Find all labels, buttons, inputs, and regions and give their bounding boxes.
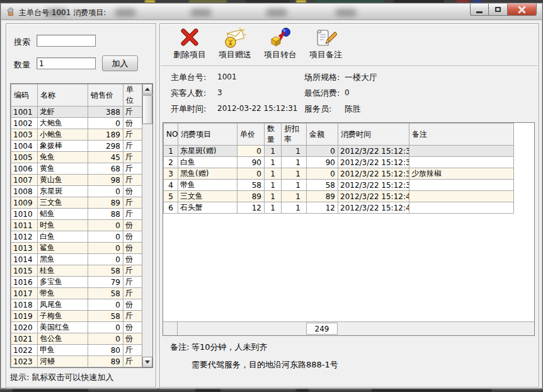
table-row[interactable]: 1023河鳗89斤	[11, 356, 142, 367]
scroll-thumb[interactable]	[142, 95, 152, 124]
table-cell: 1	[265, 180, 282, 191]
col-header-unit-price[interactable]: 单价	[237, 124, 265, 146]
table-row[interactable]: 1006黄鱼68斤	[11, 163, 142, 175]
table-cell: 3	[164, 168, 178, 180]
table-cell: 斤	[123, 288, 142, 299]
waiter-label: 服务员:	[304, 103, 331, 115]
gift-item-button[interactable]: 项目赠送	[212, 27, 258, 64]
table-cell: 鲳鱼	[38, 209, 88, 220]
transfer-item-button[interactable]: 项目转台	[258, 27, 303, 64]
delete-item-button[interactable]: 删除项目	[167, 27, 212, 64]
table-row[interactable]: 1东星斑(赠)01102012/3/22 15:12:37	[164, 146, 514, 157]
col-header-item[interactable]: 消费项目	[178, 124, 237, 146]
table-row[interactable]: 1021包公鱼0份	[11, 333, 142, 345]
venue-label: 场所规格:	[304, 72, 340, 83]
table-cell: 32	[88, 367, 123, 368]
table-row[interactable]: 1013鲨鱼0份	[11, 243, 142, 254]
note-item-button[interactable]: 项目备注	[303, 27, 348, 64]
table-row[interactable]: 1014黑鱼0份	[11, 254, 142, 265]
minimize-button[interactable]	[470, 4, 489, 16]
table-cell: 份	[123, 333, 142, 345]
venue-value: 一楼大厅	[345, 72, 377, 83]
quantity-input[interactable]	[37, 57, 96, 69]
table-cell: 0	[307, 168, 338, 180]
minimize-icon	[476, 11, 483, 13]
table-cell: 1010	[11, 209, 38, 220]
table-cell: 1015	[11, 265, 38, 277]
table-cell: 5	[164, 191, 178, 202]
col-header-time[interactable]: 消费时间	[338, 124, 409, 146]
quantity-label: 数量	[14, 59, 30, 71]
table-row[interactable]: 3黑鱼(赠)01102012/3/22 15:12:38少放辣椒	[164, 168, 514, 180]
table-cell: 1021	[11, 333, 38, 345]
table-row[interactable]: 2白鱼9011902012/3/22 15:12:38	[164, 157, 514, 168]
table-cell: 1014	[11, 254, 38, 265]
table-row[interactable]: 1001龙虾388斤	[11, 107, 142, 118]
table-row[interactable]: 1017带鱼58斤	[11, 288, 142, 299]
table-row[interactable]: 5三文鱼8911892012/3/22 15:12:40	[164, 191, 514, 202]
col-header-no[interactable]: NO	[164, 124, 178, 146]
col-header-unit[interactable]: 单位	[123, 84, 142, 107]
table-row[interactable]: 1015桂鱼58斤	[11, 265, 142, 277]
table-cell: 份	[123, 118, 142, 129]
table-row[interactable]: 1004象拨棒298斤	[11, 141, 142, 152]
table-cell: 斤	[123, 345, 142, 356]
note-item-icon	[314, 27, 337, 49]
table-cell: 1018	[11, 299, 38, 311]
col-header-price[interactable]: 销售价	[88, 84, 123, 107]
toolbar-button-label: 项目转台	[264, 49, 297, 61]
scroll-up-button[interactable]	[142, 84, 152, 95]
table-row[interactable]: 1007黄山鱼98斤	[11, 175, 142, 186]
close-button[interactable]	[508, 4, 537, 16]
table-cell: 0	[88, 186, 123, 197]
maximize-icon	[495, 7, 501, 12]
table-cell: 份	[123, 254, 142, 265]
table-cell: 象拨棒	[38, 141, 88, 152]
table-cell: 1020	[11, 322, 38, 333]
table-cell: 三文鱼	[38, 197, 88, 209]
search-input[interactable]	[37, 35, 96, 47]
table-row[interactable]: 1009三文鱼89斤	[11, 197, 142, 209]
table-row[interactable]: 1019子梅鱼58斤	[11, 311, 142, 322]
items-scrollbar[interactable]	[142, 84, 152, 367]
table-row[interactable]: 1024鲈鱼32斤	[11, 367, 142, 368]
table-cell: 份	[123, 220, 142, 231]
table-row[interactable]: 1010鲳鱼88斤	[11, 209, 142, 220]
table-row[interactable]: 1018凤尾鱼0份	[11, 299, 142, 311]
col-header-remark[interactable]: 备注	[409, 124, 514, 146]
table-row[interactable]: 4带鱼5811582012/3/22 15:12:39	[164, 180, 514, 191]
table-cell: 黑鱼	[38, 254, 88, 265]
table-cell: 份	[123, 186, 142, 197]
table-row[interactable]: 1008东星斑0份	[11, 186, 142, 197]
add-button[interactable]: 加入	[102, 55, 138, 71]
col-header-name[interactable]: 名称	[38, 84, 88, 107]
maximize-button[interactable]	[489, 4, 508, 16]
table-cell: 89	[307, 191, 338, 202]
table-cell: 1008	[11, 186, 38, 197]
title-bar[interactable]: 主单台号 1001 消费项目:	[1, 4, 542, 20]
table-row[interactable]: 1011时鱼0份	[11, 220, 142, 231]
table-row[interactable]: 6石头蟹1211122012/3/22 15:12:43	[164, 202, 514, 214]
table-cell: 多宝鱼	[38, 277, 88, 288]
remarks-line-2: 需要代驾服务，目的地沿河东路888-1号	[191, 359, 338, 371]
remarks-line-1: 等10分钟，人未到齐	[191, 342, 268, 353]
table-cell: 2	[164, 157, 178, 168]
table-cell: 58	[307, 180, 338, 191]
table-row[interactable]: 1022甲鱼80斤	[11, 345, 142, 356]
table-row[interactable]: 1005免鱼45斤	[11, 152, 142, 163]
table-row[interactable]: 1003小鲍鱼189斤	[11, 129, 142, 141]
table-cell: 凤尾鱼	[38, 299, 88, 311]
table-row[interactable]: 1016多宝鱼79斤	[11, 277, 142, 288]
col-header-qty[interactable]: 数量	[265, 124, 282, 146]
scroll-down-button[interactable]	[142, 357, 152, 367]
col-header-amount[interactable]: 金额	[307, 124, 338, 146]
table-row[interactable]: 1012白鱼0份	[11, 231, 142, 243]
table-cell: 份	[123, 231, 142, 243]
table-row[interactable]: 1020美国红鱼0份	[11, 322, 142, 333]
table-row[interactable]: 1002大鲍鱼0份	[11, 118, 142, 129]
col-header-code[interactable]: 编码	[11, 84, 38, 107]
table-cell: 1022	[11, 345, 38, 356]
scroll-down-icon	[145, 360, 150, 364]
col-header-discount[interactable]: 折扣率	[282, 124, 307, 146]
hint-text: 提示: 鼠标双击可以快速加入	[10, 372, 114, 383]
